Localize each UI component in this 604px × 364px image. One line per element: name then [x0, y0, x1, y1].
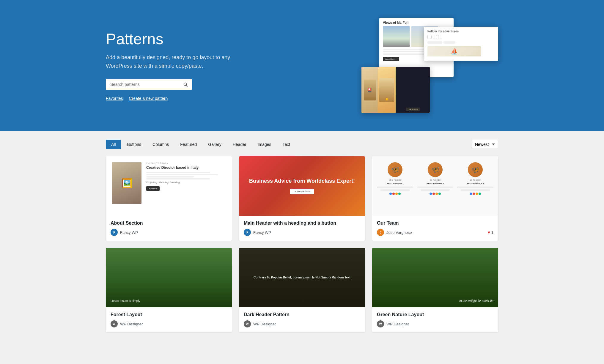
sc-right-title: Follow my adventures [424, 27, 498, 35]
tab-header[interactable]: Header [227, 140, 252, 149]
hero-section: Patterns Add a beautifully designed, rea… [0, 0, 604, 131]
pattern-card-our-team[interactable]: 🦋 CEO Founder Person Name 1 � [372, 156, 498, 241]
tab-buttons[interactable]: Buttons [122, 140, 147, 149]
author-avatar-about: F [111, 229, 118, 236]
thumb-tags: Copywriting / Marketing / Consulting [146, 181, 226, 183]
thumb-label-2: Co-Founder [430, 179, 441, 181]
filter-tabs: All Buttons Columns Featured Gallery Hea… [106, 140, 295, 149]
thumb-person-1: 🦋 CEO Founder Person Name 1 [377, 162, 413, 195]
pattern-card-about[interactable]: 🖼️ I'm Fancy Tracy Creative Director bas… [106, 156, 232, 241]
hero-left: Patterns Add a beautifully designed, rea… [106, 30, 260, 101]
tab-all[interactable]: All [106, 140, 121, 149]
pattern-thumb-green: In the twilight for one's life [372, 248, 498, 307]
pattern-card-green[interactable]: In the twilight for one's life Green Nat… [372, 248, 498, 332]
tab-featured[interactable]: Featured [175, 140, 202, 149]
create-pattern-link[interactable]: Create a new pattern [129, 96, 168, 101]
thumb-green-bg: In the twilight for one's life [372, 248, 498, 307]
thumb-line-p3b [461, 190, 490, 190]
thumb-line-p2a [417, 187, 454, 187]
search-button[interactable] [179, 79, 192, 89]
sort-select[interactable]: Newest Oldest Popular [471, 140, 498, 149]
social-dot-tw-1 [392, 193, 395, 195]
thumb-portrait-image: 🖼️ [112, 162, 141, 204]
pattern-info-main-header: Main Header with a heading and a button … [239, 216, 365, 241]
author-avatar-main-header: F [244, 229, 251, 236]
author-avatar-dark-header: W [244, 320, 251, 327]
social-dot-ig-1 [395, 193, 398, 195]
thumb-dark-text: Contrary To Popular Belief, Lorem Ipsum … [254, 275, 350, 280]
heart-icon: ♥ [487, 230, 490, 235]
author-name-forest: WP Designer [120, 322, 143, 326]
thumb-line-2 [146, 174, 218, 175]
pattern-info-our-team: Our Team J Jose Varghese ♥ 1 [372, 216, 498, 241]
pattern-author-our-team: J Jose Varghese ♥ 1 [377, 229, 493, 236]
pattern-author-about: F Fancy WP [111, 229, 227, 236]
thumb-text-block: I'm Fancy Tracy Creative Director based … [146, 162, 226, 191]
thumb-label-3: Co-Founder [470, 179, 481, 181]
thumb-line-p1b [380, 190, 410, 190]
thumb-avatar-1: 🦋 [388, 162, 402, 177]
thumb-header-btn: Schedule Now [290, 189, 314, 194]
pattern-likes-our-team: ♥ 1 [487, 230, 493, 235]
pattern-author-green: W WP Designer [377, 320, 493, 327]
social-dot-li-1 [398, 193, 401, 195]
hero-links: Favorites Create a new pattern [106, 96, 260, 101]
sort-container: Newest Oldest Popular [471, 140, 498, 149]
social-dot-tw-3 [473, 193, 475, 195]
thumb-green-text: In the twilight for one's life [459, 299, 493, 302]
thumb-line-1 [146, 172, 210, 173]
pattern-title-forest: Forest Layout [111, 312, 227, 317]
thumb-line-p3a [457, 187, 493, 187]
pattern-card-main-header[interactable]: Business Advice from Worldclass Expert! … [239, 156, 365, 241]
thumb-person-2: 🦋 Co-Founder Person Name 2 [417, 162, 454, 195]
favorites-link[interactable]: Favorites [106, 96, 123, 101]
tab-gallery[interactable]: Gallery [203, 140, 227, 149]
thumb-line-4 [146, 178, 210, 179]
thumb-schedule-btn: Schedule [146, 186, 160, 191]
tab-text[interactable]: Text [277, 140, 296, 149]
pattern-thumb-main-header: Business Advice from Worldclass Expert! … [239, 156, 365, 216]
main-content: All Buttons Columns Featured Gallery Hea… [94, 131, 510, 341]
author-name-dark-header: WP Designer [253, 322, 276, 326]
pattern-title-green: Green Nature Layout [377, 312, 493, 317]
thumb-line-p2b [421, 190, 450, 190]
author-avatar-forest: W [111, 320, 118, 327]
author-avatar-green: W [377, 320, 384, 327]
pattern-thumb-our-team: 🦋 CEO Founder Person Name 1 � [372, 156, 498, 216]
tab-images[interactable]: Images [252, 140, 277, 149]
thumb-forest-bg: Lorem Ipsum is simply [106, 248, 232, 307]
thumb-header-bg: Business Advice from Worldclass Expert! … [239, 156, 365, 216]
thumb-label: I'm Fancy Tracy [146, 162, 226, 164]
thumb-name-3: Person Name 3 [467, 182, 484, 185]
pattern-info-green: Green Nature Layout W WP Designer [372, 307, 498, 332]
thumb-social-2 [430, 193, 441, 195]
screenshot-right: Follow my adventures ⛵ [424, 27, 498, 61]
author-name-green: WP Designer [386, 322, 409, 326]
pattern-card-dark-header[interactable]: Contrary To Popular Belief, Lorem Ipsum … [239, 248, 365, 332]
hero-screenshots: Views of Mt. Fuji Learn More → Follow my… [361, 18, 498, 113]
pattern-card-forest[interactable]: Lorem Ipsum is simply Forest Layout W WP… [106, 248, 232, 332]
pattern-grid: 🖼️ I'm Fancy Tracy Creative Director bas… [106, 156, 498, 332]
pattern-author-main-header: F Fancy WP [244, 229, 360, 236]
sc-main-title: Views of Mt. Fuji [379, 18, 454, 24]
sc-learn-more: Learn More → [385, 58, 397, 60]
search-bar[interactable] [106, 79, 192, 90]
pattern-info-forest: Forest Layout W WP Designer [106, 307, 232, 332]
social-dot-fb-2 [430, 193, 432, 195]
filter-bar: All Buttons Columns Featured Gallery Hea… [106, 140, 498, 149]
search-icon [183, 82, 188, 87]
tab-columns[interactable]: Columns [147, 140, 174, 149]
likes-count: 1 [491, 230, 493, 235]
pattern-thumb-dark-header: Contrary To Popular Belief, Lorem Ipsum … [239, 248, 365, 307]
pattern-title-our-team: Our Team [377, 220, 493, 226]
author-name-about: Fancy WP [120, 230, 138, 235]
pattern-title-dark-header: Dark Header Pattern [244, 312, 360, 317]
pattern-author-forest: W WP Designer [111, 320, 227, 327]
thumb-line-3 [146, 176, 194, 177]
thumb-dark-header-bg: Contrary To Popular Belief, Lorem Ipsum … [239, 248, 365, 307]
thumb-label-1: CEO Founder [389, 179, 402, 181]
search-input[interactable] [106, 79, 179, 90]
thumb-header-title: Business Advice from Worldclass Expert! [249, 178, 355, 185]
pattern-author-dark-header: W WP Designer [244, 320, 360, 327]
thumb-person-3: 🦋 Co-Founder Person Name 3 [457, 162, 493, 195]
